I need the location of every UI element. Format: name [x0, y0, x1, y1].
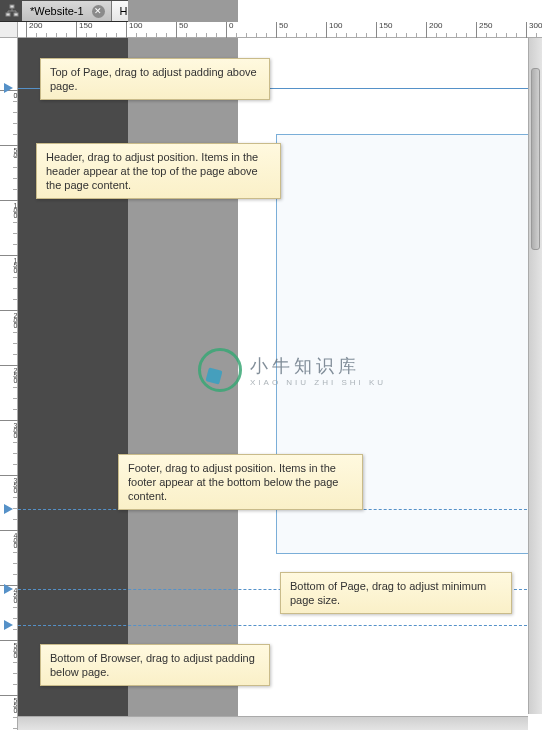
- vertical-scrollbar[interactable]: [528, 38, 542, 714]
- ruler-tick: 250: [0, 365, 18, 382]
- ruler-tick: 200: [26, 22, 42, 38]
- guide-bottom-of-browser[interactable]: [4, 620, 13, 630]
- guide-bottom-of-page[interactable]: [4, 584, 13, 594]
- horizontal-ruler[interactable]: 20015010050050100150200250300: [18, 22, 542, 38]
- guide-top-of-page[interactable]: [4, 83, 13, 93]
- ruler-tick: 150: [76, 22, 92, 38]
- tooltip-bottom-of-browser: Bottom of Browser, drag to adjust paddin…: [40, 644, 270, 686]
- ruler-origin[interactable]: [0, 22, 18, 38]
- tooltip-text: Top of Page, drag to adjust padding abov…: [50, 66, 257, 92]
- tab-label: *Website-1: [30, 5, 84, 17]
- ruler-tick: 400: [0, 530, 18, 547]
- ruler-tick: 150: [0, 255, 18, 272]
- ruler-tick: 350: [0, 475, 18, 492]
- ruler-tick: 250: [476, 22, 492, 38]
- design-canvas[interactable]: Top of Page, drag to adjust padding abov…: [18, 38, 542, 730]
- tooltip-header: Header, drag to adjust position. Items i…: [36, 143, 281, 199]
- svg-rect-0: [10, 5, 14, 8]
- ruler-tick: 0: [226, 22, 233, 38]
- workspace: 20015010050050100150200250300 0501001502…: [0, 22, 542, 730]
- ruler-tick: 500: [0, 640, 18, 657]
- tooltip-text: Footer, drag to adjust position. Items i…: [128, 462, 338, 502]
- svg-rect-2: [14, 13, 18, 16]
- tab-website-1[interactable]: *Website-1 ✕: [22, 1, 112, 21]
- ruler-tick: 300: [0, 420, 18, 437]
- close-icon[interactable]: ✕: [92, 5, 105, 18]
- tooltip-text: Bottom of Browser, drag to adjust paddin…: [50, 652, 255, 678]
- ruler-tick: 200: [426, 22, 442, 38]
- watermark-logo-icon: [198, 348, 242, 392]
- ruler-tick: 100: [126, 22, 142, 38]
- tooltip-footer: Footer, drag to adjust position. Items i…: [118, 454, 363, 510]
- tooltip-text: Bottom of Page, drag to adjust minimum p…: [290, 580, 486, 606]
- tooltip-top-of-page: Top of Page, drag to adjust padding abov…: [40, 58, 270, 100]
- watermark-text: 小牛知识库: [250, 354, 386, 378]
- watermark-subtext: XIAO NIU ZHI SHI KU: [250, 378, 386, 387]
- ruler-tick: 100: [326, 22, 342, 38]
- ruler-tick: 150: [376, 22, 392, 38]
- tooltip-text: Header, drag to adjust position. Items i…: [46, 151, 258, 191]
- svg-rect-1: [6, 13, 10, 16]
- ruler-tick: 100: [0, 200, 18, 217]
- ruler-tick: 300: [526, 22, 542, 38]
- ruler-tick: 200: [0, 310, 18, 327]
- horizontal-scrollbar[interactable]: [18, 716, 528, 730]
- sitemap-icon[interactable]: [2, 1, 22, 21]
- ruler-tick: 550: [0, 695, 18, 712]
- watermark: 小牛知识库 XIAO NIU ZHI SHI KU: [198, 348, 386, 392]
- guide-footer[interactable]: [4, 504, 13, 514]
- tooltip-bottom-of-page: Bottom of Page, drag to adjust minimum p…: [280, 572, 512, 614]
